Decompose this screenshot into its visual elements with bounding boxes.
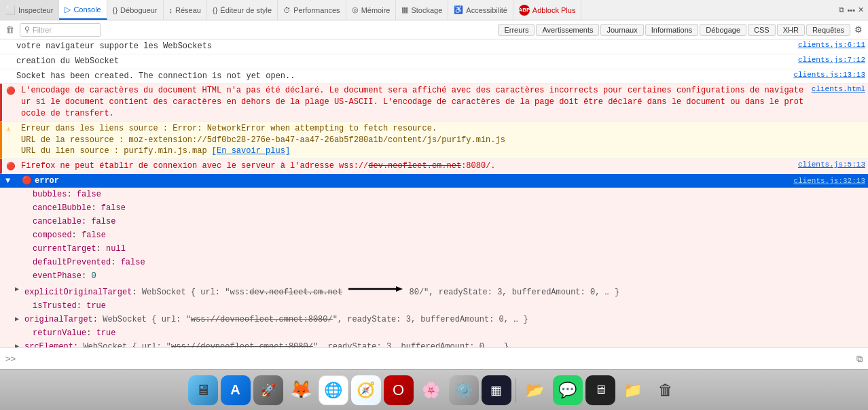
- tool-adblock[interactable]: ABP Adblock Plus: [513, 0, 582, 20]
- devtools-toolbar: ⬜ Inspecteur ▷ Console {} Débogueur ↕ Ré…: [0, 0, 868, 20]
- obj-field-defaultPrevented: defaultPrevented: false: [0, 256, 868, 269]
- tool-inspector[interactable]: ⬜ Inspecteur: [0, 0, 59, 20]
- dock-chrome[interactable]: 🌐: [319, 375, 348, 405]
- firefox-icon: 🦊: [290, 379, 312, 400]
- network-label: Réseau: [175, 6, 201, 14]
- dock-launchpad[interactable]: 🚀: [253, 375, 283, 405]
- clear-console-button[interactable]: 🗑: [3, 23, 17, 36]
- filter-input-container[interactable]: ⚲ Filtrer: [20, 23, 101, 37]
- collapse-icon: ▼: [5, 175, 10, 187]
- obj-field-explicitOriginalTarget[interactable]: ▶ explicitOriginalTarget: WebSocket { ur…: [0, 283, 868, 299]
- tool-debugger[interactable]: {} Débogueur: [107, 0, 164, 20]
- console-message: L'encodage de caractères du document HTM…: [21, 85, 806, 119]
- settings-icon[interactable]: ⚙: [852, 23, 865, 36]
- error-object-block: ▼ 🔴 error clients.js:32:13 bubbles: fals…: [0, 174, 868, 347]
- whatsapp-icon: 💬: [558, 381, 577, 399]
- console-row: votre navigateur supporte les WebSockets…: [0, 39, 868, 54]
- tool-memory[interactable]: ◎ Mémoire: [346, 0, 397, 20]
- filter-errors[interactable]: Erreurs: [498, 24, 535, 36]
- filter-debug[interactable]: Débogage: [700, 24, 746, 36]
- dock-folder[interactable]: 📁: [618, 375, 648, 405]
- console-row: creation du WebSocket clients.js:7:12: [0, 54, 868, 69]
- console-source[interactable]: clients.html: [812, 85, 865, 93]
- sysprefs-icon: ⚙️: [454, 381, 473, 399]
- filter-logs[interactable]: Journaux: [600, 24, 643, 36]
- svg-marker-1: [396, 286, 403, 292]
- error-source-header[interactable]: clients.js:32:13: [793, 175, 865, 187]
- safari-icon: 🧭: [357, 381, 375, 399]
- dock-sysprefs[interactable]: ⚙️: [449, 375, 479, 405]
- filter-tags: Erreurs Avertissements Journaux Informat…: [498, 23, 865, 36]
- filter-css[interactable]: CSS: [748, 24, 776, 36]
- obj-field-bubbles: bubbles: false: [0, 188, 868, 201]
- debugger-label: Débogueur: [120, 6, 157, 14]
- dock-appstore[interactable]: A: [221, 375, 251, 405]
- chrome-icon: 🌐: [324, 381, 342, 399]
- adblock-icon: ABP: [519, 5, 530, 16]
- obj-field-isTrusted: isTrusted: true: [0, 299, 868, 313]
- close-devtools-icon: ✕: [858, 5, 864, 14]
- obj-field-cancelable: cancelable: false: [0, 215, 868, 228]
- learn-more-link[interactable]: [En savoir plus]: [212, 146, 290, 156]
- filter-icon: ⚲: [24, 25, 30, 34]
- accessibility-icon: ♿: [454, 5, 463, 14]
- console-source[interactable]: clients.js:6:11: [798, 41, 865, 49]
- console-message: Erreur dans les liens source : Error: Ne…: [21, 123, 865, 157]
- error-indicator2: 🔴: [6, 162, 16, 171]
- tool-performance[interactable]: ⏱ Performances: [278, 0, 346, 20]
- obj-field-originalTarget[interactable]: ▶ originalTarget: WebSocket { url: "wss:…: [0, 313, 868, 326]
- console-label: Console: [73, 5, 101, 14]
- ubersicht-icon: ▦: [490, 383, 502, 398]
- adblock-label: Adblock Plus: [532, 6, 576, 14]
- error-object-header[interactable]: ▼ 🔴 error clients.js:32:13: [0, 174, 868, 188]
- accessibility-label: Accessibilité: [466, 6, 507, 14]
- tool-style-editor[interactable]: {} Éditeur de style: [207, 0, 278, 20]
- mac-dock: 🖥 A 🚀 🦊 🌐 🧭 O 🌸 ⚙️ ▦ 📂 💬 🖥: [0, 369, 868, 410]
- split-console-icon[interactable]: ⧉: [856, 354, 863, 364]
- arrow-icon: [348, 284, 403, 294]
- tool-storage[interactable]: ▦ Stockage: [396, 0, 448, 20]
- error-indicator: 🔴: [6, 86, 16, 95]
- filter-xhr[interactable]: XHR: [777, 24, 805, 36]
- files-icon: 📂: [526, 381, 544, 399]
- console-source[interactable]: clients.js:7:12: [798, 56, 865, 64]
- console-source[interactable]: clients.js:13:13: [793, 71, 865, 79]
- dock-opera[interactable]: O: [384, 375, 414, 405]
- dock-safari[interactable]: 🧭: [351, 375, 381, 405]
- expand-icon: ▶: [15, 284, 19, 294]
- console-input[interactable]: [21, 354, 856, 364]
- console-message: Firefox ne peut établir de connexion ave…: [21, 160, 793, 172]
- dock-trash[interactable]: 🗑: [651, 375, 681, 405]
- error-object-label: error: [35, 175, 59, 187]
- finder-icon: 🖥: [196, 381, 211, 399]
- expand-icon2: ▶: [15, 314, 19, 324]
- dock-ubersicht[interactable]: ▦: [482, 375, 511, 405]
- dock-firefox[interactable]: 🦊: [286, 375, 316, 405]
- network-icon: ↕: [169, 6, 173, 14]
- console-source[interactable]: clients.js:5:13: [798, 160, 865, 169]
- filter-info[interactable]: Informations: [645, 24, 699, 36]
- more-tools-button[interactable]: ⧉ ••• ✕: [835, 5, 868, 14]
- style-editor-label: Éditeur de style: [220, 6, 272, 14]
- dock-separator: [516, 378, 516, 403]
- tool-network[interactable]: ↕ Réseau: [164, 0, 207, 20]
- dock-photos[interactable]: 🌸: [416, 375, 446, 405]
- dock-screens[interactable]: 🖥: [585, 375, 615, 405]
- storage-label: Stockage: [411, 6, 442, 14]
- inspector-label: Inspecteur: [18, 6, 53, 14]
- style-editor-icon: {}: [213, 6, 217, 14]
- filter-warnings[interactable]: Avertissements: [536, 24, 599, 36]
- dock-files[interactable]: 📂: [520, 375, 550, 405]
- screens-icon: 🖥: [594, 383, 607, 397]
- performance-label: Performances: [293, 6, 340, 14]
- console-message: votre navigateur supporte les WebSockets: [16, 41, 793, 52]
- obj-field-srcElement[interactable]: ▶ srcElement: WebSocket { url: "wss://de…: [0, 340, 868, 347]
- expand-icon3: ▶: [15, 341, 19, 347]
- tool-accessibility[interactable]: ♿ Accessibilité: [448, 0, 513, 20]
- inspector-icon: ⬜: [5, 5, 16, 15]
- tool-console[interactable]: ▷ Console: [59, 0, 107, 20]
- filter-requests[interactable]: Requêtes: [806, 24, 850, 36]
- dock-whatsapp[interactable]: 💬: [553, 375, 583, 405]
- dock-finder[interactable]: 🖥: [188, 375, 218, 405]
- console-row-warning: ⚠️ Erreur dans les liens source : Error:…: [0, 122, 868, 159]
